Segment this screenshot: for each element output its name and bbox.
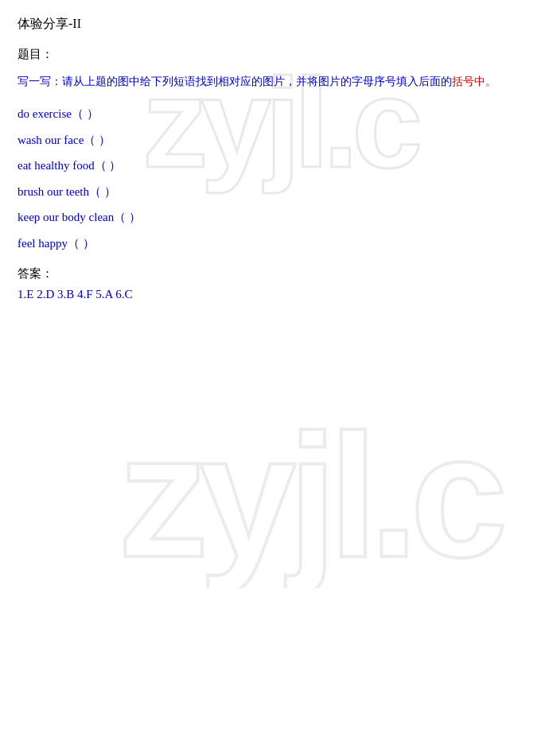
question-item-5: keep our body clean（ ）: [18, 208, 531, 227]
question-item-4: brush our teeth（ ）: [18, 183, 531, 201]
answer-text: 1.E 2.D 3.B 4.F 5.A 6.C: [18, 288, 531, 301]
question-2-text: wash our face（ ）: [18, 134, 111, 146]
answer-section: 答案： 1.E 2.D 3.B 4.F 5.A 6.C: [18, 266, 531, 301]
question-item-1: do exercise（ ）: [18, 105, 531, 123]
answer-label: 答案：: [18, 266, 531, 281]
question-item-3: eat healthy food（ ）: [18, 157, 531, 175]
svg-text:zyjl.c: zyjl.c: [119, 398, 503, 588]
page-title: 体验分享-II: [18, 16, 531, 33]
instruction-prefix: 写一写：请从上题的图中给下列短语找到相对应的图片，并将图片的字母序号填入后面的: [18, 76, 452, 87]
question-item-2: wash our face（ ）: [18, 131, 531, 149]
instruction-text: 写一写：请从上题的图中给下列短语找到相对应的图片，并将图片的字母序号填入后面的括…: [18, 73, 531, 91]
instruction-suffix: 括号中。: [452, 76, 496, 87]
question-list: do exercise（ ） wash our face（ ） eat heal…: [18, 105, 531, 252]
watermark-bottom: zyjl.c: [119, 366, 549, 588]
question-3-text: eat healthy food（ ）: [18, 159, 121, 172]
question-6-text: feel happy（ ）: [18, 237, 95, 250]
question-4-text: brush our teeth（ ）: [18, 185, 116, 198]
question-5-text: keep our body clean（ ）: [18, 211, 141, 223]
section-label: 题目：: [18, 47, 531, 62]
question-item-6: feel happy（ ）: [18, 235, 531, 253]
question-1-text: do exercise（ ）: [18, 107, 99, 120]
